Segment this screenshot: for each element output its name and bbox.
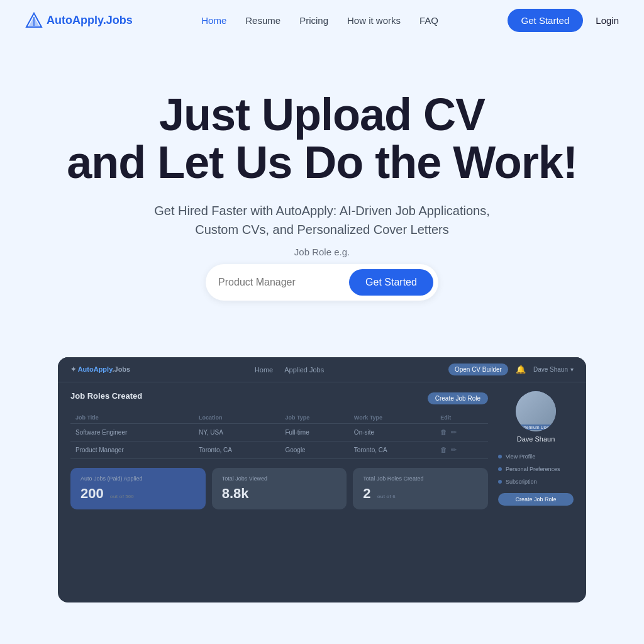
nav-pricing[interactable]: Pricing	[299, 15, 328, 26]
search-input[interactable]	[218, 277, 344, 288]
logo[interactable]: AutoApply.Jobs	[25, 12, 133, 30]
dash-menu-view-profile-label: View Profile	[506, 453, 535, 460]
dash-stat-roles: Total Job Roles Created 2 out of 6	[353, 468, 488, 509]
hero-title: Just Upload CV and Let Us Do the Work!	[25, 91, 619, 186]
dash-menu-dot-1	[498, 455, 502, 458]
dash-stat-applied-value: 200 out of 500	[80, 486, 196, 502]
dash-profile-panel: Premium User Dave Shaun View Profile Per…	[498, 391, 574, 509]
dash-stat-applied-sub: out of 500	[110, 494, 134, 499]
dash-row1-worktype: On-site	[349, 424, 435, 441]
search-hint-label: Job Role e.g.	[294, 247, 350, 257]
dash-create-job-role-button[interactable]: Create Job Role	[428, 392, 488, 404]
dash-row2-actions: 🗑 ✏	[435, 441, 488, 459]
dash-stat-viewed-value: 8.8k	[222, 486, 337, 502]
dash-body: Job Roles Created Create Job Role Job Ti…	[58, 382, 586, 518]
dash-stat-viewed: Total Jobs Viewed 8.8k	[212, 468, 347, 509]
dash-col-job-title: Job Title	[70, 412, 194, 424]
dash-stat-applied: Auto Jobs (Paid) Applied 200 out of 500	[70, 468, 206, 509]
logo-text: AutoApply.Jobs	[47, 14, 133, 27]
dash-create-role-button[interactable]: Create Job Role	[498, 493, 574, 506]
dash-navbar: ✦ AutoApply.Jobs Home Applied Jobs Open …	[58, 357, 586, 382]
dash-stat-roles-sub: out of 6	[377, 494, 396, 499]
dash-stat-roles-label: Total Job Roles Created	[363, 475, 478, 482]
navbar: AutoApply.Jobs Home Resume Pricing How i…	[0, 0, 644, 41]
nav-resume[interactable]: Resume	[245, 15, 280, 26]
dash-menu-subscription-label: Subscription	[506, 479, 537, 485]
logo-icon	[25, 12, 43, 30]
dash-stats: Auto Jobs (Paid) Applied 200 out of 500 …	[70, 468, 488, 509]
dash-menu-preferences[interactable]: Personal Preferences	[498, 463, 574, 475]
dash-col-location: Location	[194, 412, 280, 424]
dash-stat-roles-value: 2 out of 6	[363, 486, 478, 502]
dash-menu-view-profile[interactable]: View Profile	[498, 450, 574, 463]
dash-delete-icon[interactable]: 🗑	[440, 428, 447, 436]
dash-row1-actions: 🗑 ✏	[435, 424, 488, 441]
dash-job-table: Job Title Location Job Type Work Type Ed…	[70, 412, 488, 459]
dashboard-preview: ✦ AutoApply.Jobs Home Applied Jobs Open …	[58, 357, 586, 602]
dash-delete-icon-2[interactable]: 🗑	[440, 446, 447, 454]
nav-home[interactable]: Home	[201, 15, 226, 26]
nav-login-button[interactable]: Login	[596, 15, 619, 26]
dash-premium-badge: Premium User	[519, 425, 553, 430]
nav-faq[interactable]: FAQ	[419, 15, 438, 26]
hero-subtitle: Get Hired Faster with AutoApply: AI-Driv…	[140, 201, 504, 239]
dash-menu-dot-2	[498, 467, 502, 471]
dash-row1-location: NY, USA	[194, 424, 280, 441]
dash-stat-applied-label: Auto Jobs (Paid) Applied	[80, 475, 196, 482]
dash-row2-worktype: Toronto, CA	[349, 441, 435, 459]
search-bar: Get Started	[206, 264, 438, 301]
dash-menu-preferences-label: Personal Preferences	[506, 466, 560, 472]
dash-edit-icon-2[interactable]: ✏	[451, 446, 457, 454]
table-row: Software Engineer NY, USA Full-time On-s…	[70, 424, 488, 441]
dash-nav-applied-jobs[interactable]: Applied Jobs	[284, 366, 324, 374]
dash-row2-jobtype: Google	[280, 441, 348, 459]
dash-avatar-wrap: Premium User Dave Shaun	[498, 391, 574, 443]
dashboard-preview-wrapper: ✦ AutoApply.Jobs Home Applied Jobs Open …	[0, 338, 644, 615]
dash-col-work-type: Work Type	[349, 412, 435, 424]
dash-bell-icon[interactable]: 🔔	[516, 365, 526, 374]
dash-col-edit: Edit	[435, 412, 488, 424]
nav-get-started-button[interactable]: Get Started	[508, 9, 584, 32]
dash-cv-builder-button[interactable]: Open CV Builder	[448, 364, 508, 375]
dash-nav-right: Open CV Builder 🔔 Dave Shaun ▾	[448, 364, 574, 375]
dash-user-menu[interactable]: Dave Shaun ▾	[533, 366, 574, 373]
dash-menu-subscription[interactable]: Subscription	[498, 475, 574, 488]
dash-row1-jobtype: Full-time	[280, 424, 348, 441]
dash-row1-title: Software Engineer	[70, 424, 194, 441]
nav-how-it-works[interactable]: How it works	[347, 15, 401, 26]
hero-get-started-button[interactable]: Get Started	[349, 269, 433, 296]
nav-right: Get Started Login	[508, 9, 619, 32]
table-row: Product Manager Toronto, CA Google Toron…	[70, 441, 488, 459]
hero-section: Just Upload CV and Let Us Do the Work! G…	[0, 41, 644, 338]
dash-main: Job Roles Created Create Job Role Job Ti…	[70, 391, 488, 509]
dash-row2-title: Product Manager	[70, 441, 194, 459]
dash-avatar: Premium User	[516, 391, 556, 431]
dash-edit-icon[interactable]: ✏	[451, 428, 457, 436]
dash-nav-links: Home Applied Jobs	[255, 366, 324, 374]
dash-row2-location: Toronto, CA	[194, 441, 280, 459]
nav-links: Home Resume Pricing How it works FAQ	[201, 15, 438, 26]
dash-job-roles-title: Job Roles Created	[70, 391, 142, 401]
dash-stat-viewed-label: Total Jobs Viewed	[222, 475, 337, 482]
dash-menu-dot-3	[498, 480, 502, 484]
dash-logo: ✦ AutoApply.Jobs	[70, 365, 130, 374]
dash-col-job-type: Job Type	[280, 412, 348, 424]
dash-profile-name: Dave Shaun	[517, 435, 555, 443]
dash-nav-home[interactable]: Home	[255, 366, 273, 374]
